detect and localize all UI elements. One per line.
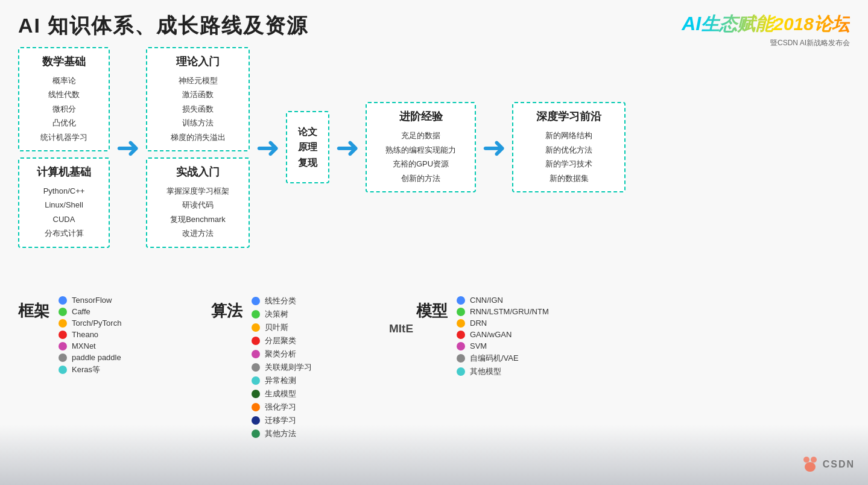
- model-autoencoder: 自编码机/VAE: [457, 353, 549, 364]
- advanced-items: 充足的数据 熟练的编程实现能力 充裕的GPU资源 创新的方法: [375, 128, 466, 185]
- framework-caffe: Caffe: [59, 307, 121, 316]
- framework-mxnet: MXNet: [59, 341, 121, 350]
- theory-box: 理论入门 神经元模型 激活函数 损失函数 训练方法 梯度的消失溢出: [146, 47, 250, 151]
- deep-items: 新的网络结构 新的优化方法 新的学习技术 新的数据集: [522, 128, 616, 185]
- algo-decision: 决策树: [252, 309, 312, 320]
- algo-anomaly: 异常检测: [252, 375, 312, 386]
- math-title: 数学基础: [28, 54, 100, 69]
- forum-title: AI生态赋能2018论坛: [682, 12, 850, 37]
- keras-dot: [59, 366, 67, 374]
- model-cnn: CNN/IGN: [457, 296, 549, 305]
- cs-box: 计算机基础 Python/C++ Linux/Shell CUDA 分布式计算: [18, 157, 110, 248]
- framework-keras: Keras等: [59, 364, 121, 375]
- deep-box: 深度学习前沿 新的网络结构 新的优化方法 新的学习技术 新的数据集: [512, 102, 626, 192]
- arrow2: ➜: [256, 130, 280, 164]
- forum-logo: AI生态赋能2018论坛 暨CSDN AI新战略发布会: [682, 12, 850, 48]
- model-other: 其他模型: [457, 366, 549, 377]
- algo-cluster: 聚类分析: [252, 349, 312, 360]
- forum-subtitle: 暨CSDN AI新战略发布会: [682, 38, 850, 48]
- framework-torch: Torch/PyTorch: [59, 319, 121, 328]
- algo-association: 关联规则学习: [252, 362, 312, 373]
- arrow4: ➜: [482, 130, 506, 164]
- practice-box: 实战入门 掌握深度学习框架 研读代码 复现Benchmark 改进方法: [146, 157, 250, 248]
- algo-bayes: 贝叶斯: [252, 322, 312, 333]
- svg-point-0: [803, 457, 809, 463]
- models-section: 模型 CNN/IGN RNN/LSTM/GRU/NTM DRN GAN/wGAN…: [416, 296, 850, 439]
- algorithms-section: 算法 线性分类 决策树 贝叶斯 分层聚类 聚类分析: [211, 296, 416, 439]
- model-svm: SVM: [457, 341, 549, 350]
- theano-dot: [59, 331, 67, 339]
- advanced-box: 进阶经验 充足的数据 熟练的编程实现能力 充裕的GPU资源 创新的方法: [366, 102, 476, 192]
- tensorflow-dot: [59, 296, 67, 305]
- frameworks-list: TensorFlow Caffe Torch/PyTorch Theano MX…: [59, 296, 121, 375]
- framework-paddle: paddle paddle: [59, 353, 121, 362]
- csdn-logo: CSDN: [800, 455, 855, 474]
- theory-items: 神经元模型 激活函数 损失函数 训练方法 梯度的消失溢出: [156, 74, 240, 144]
- algorithms-list: 线性分类 决策树 贝叶斯 分层聚类 聚类分析 关联规则学习: [252, 296, 312, 439]
- framework-tensorflow: TensorFlow: [59, 296, 121, 305]
- paddle-dot: [59, 353, 67, 362]
- frameworks-section: 框架 TensorFlow Caffe Torch/PyTorch Theano…: [18, 296, 211, 439]
- cs-items: Python/C++ Linux/Shell CUDA 分布式计算: [28, 184, 100, 241]
- middle-boxes: 理论入门 神经元模型 激活函数 损失函数 训练方法 梯度的消失溢出 实战入门 掌…: [146, 47, 250, 248]
- algo-hierarchical: 分层聚类: [252, 335, 312, 346]
- algorithms-label: 算法: [211, 296, 244, 322]
- algo-linear: 线性分类: [252, 296, 312, 306]
- algo-other: 其他方法: [252, 428, 312, 439]
- theory-title: 理论入门: [156, 54, 240, 69]
- arrow1: ➜: [116, 130, 140, 164]
- csdn-icon: [800, 455, 820, 474]
- math-box: 数学基础 概率论 线性代数 微积分 凸优化 统计机器学习: [18, 47, 110, 151]
- mxnet-dot: [59, 342, 67, 350]
- paper-title: 论文 原理 复现: [298, 124, 317, 171]
- svg-point-1: [811, 457, 817, 463]
- csdn-text: CSDN: [823, 459, 855, 470]
- flow-diagram: 数学基础 概率论 线性代数 微积分 凸优化 统计机器学习 计算机基础 Pytho…: [18, 47, 626, 248]
- math-items: 概率论 线性代数 微积分 凸优化 统计机器学习: [28, 74, 100, 144]
- model-drn: DRN: [457, 319, 549, 328]
- caffe-dot: [59, 308, 67, 316]
- frameworks-label: 框架: [18, 296, 51, 322]
- algo-generative: 生成模型: [252, 388, 312, 399]
- practice-title: 实战入门: [156, 165, 240, 179]
- main-title: AI 知识体系、成长路线及资源: [18, 12, 308, 40]
- torch-dot: [59, 319, 67, 328]
- paper-box: 论文 原理 复现: [286, 111, 329, 183]
- models-label: 模型: [416, 296, 449, 322]
- model-gan: GAN/wGAN: [457, 330, 549, 339]
- algo-reinforcement: 强化学习: [252, 402, 312, 413]
- bottom-section: 框架 TensorFlow Caffe Torch/PyTorch Theano…: [18, 296, 850, 439]
- algo-transfer: 迁移学习: [252, 415, 312, 426]
- framework-theano: Theano: [59, 330, 121, 339]
- header: AI 知识体系、成长路线及资源 AI生态赋能2018论坛 暨CSDN AI新战略…: [18, 12, 850, 48]
- practice-items: 掌握深度学习框架 研读代码 复现Benchmark 改进方法: [156, 184, 240, 241]
- cs-title: 计算机基础: [28, 165, 100, 179]
- arrow3: ➜: [335, 130, 360, 164]
- left-boxes: 数学基础 概率论 线性代数 微积分 凸优化 统计机器学习 计算机基础 Pytho…: [18, 47, 110, 248]
- svg-point-2: [805, 462, 816, 472]
- model-rnn: RNN/LSTM/GRU/NTM: [457, 307, 549, 316]
- mite-label: MItE: [389, 322, 413, 335]
- models-list: CNN/IGN RNN/LSTM/GRU/NTM DRN GAN/wGAN SV…: [457, 296, 549, 377]
- advanced-title: 进阶经验: [375, 109, 466, 124]
- deep-title: 深度学习前沿: [522, 109, 616, 124]
